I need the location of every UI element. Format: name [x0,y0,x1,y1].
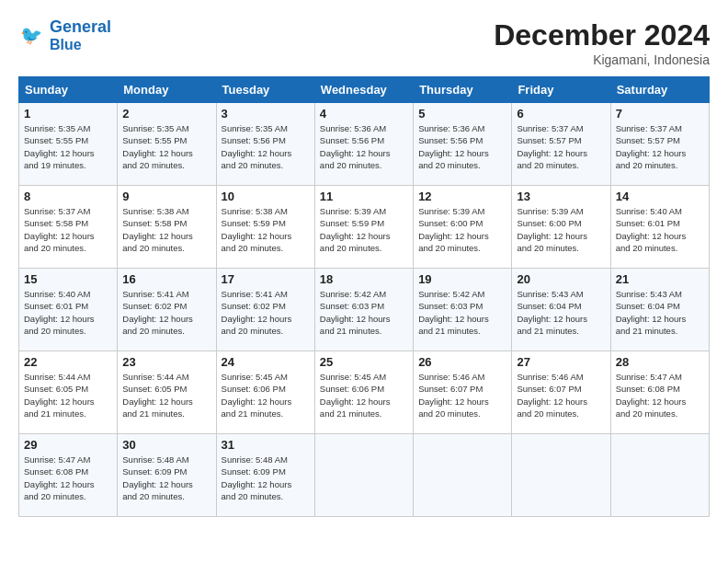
day-number: 28 [616,355,704,369]
day-number: 7 [616,107,704,121]
day-info: Sunrise: 5:40 AM Sunset: 6:01 PM Dayligh… [24,288,112,337]
col-monday: Monday [118,77,216,103]
day-number: 14 [616,190,704,203]
day-info: Sunrise: 5:39 AM Sunset: 6:00 PM Dayligh… [418,205,506,254]
day-number: 23 [122,355,210,369]
col-saturday: Saturday [610,77,709,103]
day-number: 9 [122,190,210,203]
month-title: December 2024 [494,18,710,52]
day-info: Sunrise: 5:36 AM Sunset: 5:56 PM Dayligh… [418,122,506,171]
day-number: 21 [616,272,704,286]
day-number: 13 [517,190,605,203]
table-row [610,434,709,517]
calendar-table: Sunday Monday Tuesday Wednesday Thursday… [18,76,710,517]
logo-text: General Blue [50,18,111,52]
day-number: 24 [222,355,310,369]
day-number: 6 [517,107,605,121]
day-number: 4 [320,107,408,121]
day-info: Sunrise: 5:35 AM Sunset: 5:55 PM Dayligh… [24,122,112,171]
table-row: 3Sunrise: 5:35 AM Sunset: 5:56 PM Daylig… [216,103,314,186]
day-info: Sunrise: 5:45 AM Sunset: 6:06 PM Dayligh… [320,371,408,419]
day-info: Sunrise: 5:44 AM Sunset: 6:05 PM Dayligh… [122,371,210,419]
day-number: 3 [222,107,310,121]
day-info: Sunrise: 5:42 AM Sunset: 6:03 PM Dayligh… [320,288,408,337]
table-row [314,434,413,517]
day-info: Sunrise: 5:47 AM Sunset: 6:08 PM Dayligh… [616,371,704,419]
day-info: Sunrise: 5:41 AM Sunset: 6:02 PM Dayligh… [222,288,310,337]
table-row: 25Sunrise: 5:45 AM Sunset: 6:06 PM Dayli… [314,351,413,434]
table-row: 12Sunrise: 5:39 AM Sunset: 6:00 PM Dayli… [414,186,512,269]
day-number: 5 [418,107,506,121]
day-info: Sunrise: 5:41 AM Sunset: 6:02 PM Dayligh… [122,288,210,337]
day-number: 2 [122,107,210,121]
table-row: 8Sunrise: 5:37 AM Sunset: 5:58 PM Daylig… [19,186,118,269]
day-number: 1 [24,107,112,121]
day-number: 17 [222,272,310,286]
day-info: Sunrise: 5:46 AM Sunset: 6:07 PM Dayligh… [517,371,605,419]
day-number: 19 [418,272,506,286]
day-info: Sunrise: 5:38 AM Sunset: 5:59 PM Dayligh… [222,205,310,254]
day-info: Sunrise: 5:43 AM Sunset: 6:04 PM Dayligh… [517,288,605,337]
table-row: 11Sunrise: 5:39 AM Sunset: 5:59 PM Dayli… [314,186,413,269]
day-info: Sunrise: 5:37 AM Sunset: 5:58 PM Dayligh… [24,205,112,254]
calendar-row: 8Sunrise: 5:37 AM Sunset: 5:58 PM Daylig… [19,186,710,269]
day-number: 15 [24,272,112,286]
day-info: Sunrise: 5:47 AM Sunset: 6:08 PM Dayligh… [24,454,112,502]
calendar-header-row: Sunday Monday Tuesday Wednesday Thursday… [19,77,710,103]
col-tuesday: Tuesday [216,77,314,103]
day-info: Sunrise: 5:45 AM Sunset: 6:06 PM Dayligh… [222,371,310,419]
table-row: 23Sunrise: 5:44 AM Sunset: 6:05 PM Dayli… [118,351,216,434]
day-info: Sunrise: 5:39 AM Sunset: 6:00 PM Dayligh… [517,205,605,254]
table-row [512,434,610,517]
table-row: 19Sunrise: 5:42 AM Sunset: 6:03 PM Dayli… [414,269,512,351]
col-sunday: Sunday [19,77,118,103]
day-info: Sunrise: 5:35 AM Sunset: 5:56 PM Dayligh… [222,122,310,171]
day-number: 18 [320,272,408,286]
day-number: 11 [320,190,408,203]
table-row: 30Sunrise: 5:48 AM Sunset: 6:09 PM Dayli… [118,434,216,517]
day-info: Sunrise: 5:36 AM Sunset: 5:56 PM Dayligh… [320,122,408,171]
table-row [414,434,512,517]
table-row: 29Sunrise: 5:47 AM Sunset: 6:08 PM Dayli… [19,434,118,517]
table-row: 2Sunrise: 5:35 AM Sunset: 5:55 PM Daylig… [118,103,216,186]
table-row: 6Sunrise: 5:37 AM Sunset: 5:57 PM Daylig… [512,103,610,186]
calendar-row: 15Sunrise: 5:40 AM Sunset: 6:01 PM Dayli… [19,269,710,351]
day-info: Sunrise: 5:39 AM Sunset: 5:59 PM Dayligh… [320,205,408,254]
day-number: 31 [222,438,310,452]
col-wednesday: Wednesday [314,77,413,103]
table-row: 14Sunrise: 5:40 AM Sunset: 6:01 PM Dayli… [610,186,709,269]
page-header: 🐦 General Blue December 2024 Kigamani, I… [18,18,710,67]
day-number: 8 [24,190,112,203]
table-row: 1Sunrise: 5:35 AM Sunset: 5:55 PM Daylig… [19,103,118,186]
day-info: Sunrise: 5:42 AM Sunset: 6:03 PM Dayligh… [418,288,506,337]
calendar-row: 1Sunrise: 5:35 AM Sunset: 5:55 PM Daylig… [19,103,710,186]
table-row: 22Sunrise: 5:44 AM Sunset: 6:05 PM Dayli… [19,351,118,434]
table-row: 31Sunrise: 5:48 AM Sunset: 6:09 PM Dayli… [216,434,314,517]
day-number: 29 [24,438,112,452]
col-friday: Friday [512,77,610,103]
day-info: Sunrise: 5:48 AM Sunset: 6:09 PM Dayligh… [222,454,310,502]
location: Kigamani, Indonesia [494,52,710,67]
table-row: 13Sunrise: 5:39 AM Sunset: 6:00 PM Dayli… [512,186,610,269]
day-info: Sunrise: 5:46 AM Sunset: 6:07 PM Dayligh… [418,371,506,419]
day-info: Sunrise: 5:40 AM Sunset: 6:01 PM Dayligh… [616,205,704,254]
logo: 🐦 General Blue [18,18,111,52]
day-number: 25 [320,355,408,369]
day-number: 10 [222,190,310,203]
day-info: Sunrise: 5:38 AM Sunset: 5:58 PM Dayligh… [122,205,210,254]
day-number: 27 [517,355,605,369]
day-number: 30 [122,438,210,452]
day-number: 12 [418,190,506,203]
table-row: 17Sunrise: 5:41 AM Sunset: 6:02 PM Dayli… [216,269,314,351]
day-info: Sunrise: 5:37 AM Sunset: 5:57 PM Dayligh… [517,122,605,171]
table-row: 28Sunrise: 5:47 AM Sunset: 6:08 PM Dayli… [610,351,709,434]
table-row: 4Sunrise: 5:36 AM Sunset: 5:56 PM Daylig… [314,103,413,186]
day-info: Sunrise: 5:35 AM Sunset: 5:55 PM Dayligh… [122,122,210,171]
table-row: 20Sunrise: 5:43 AM Sunset: 6:04 PM Dayli… [512,269,610,351]
calendar-row: 29Sunrise: 5:47 AM Sunset: 6:08 PM Dayli… [19,434,710,517]
table-row: 7Sunrise: 5:37 AM Sunset: 5:57 PM Daylig… [610,103,709,186]
day-info: Sunrise: 5:48 AM Sunset: 6:09 PM Dayligh… [122,454,210,502]
table-row: 27Sunrise: 5:46 AM Sunset: 6:07 PM Dayli… [512,351,610,434]
calendar-row: 22Sunrise: 5:44 AM Sunset: 6:05 PM Dayli… [19,351,710,434]
day-info: Sunrise: 5:37 AM Sunset: 5:57 PM Dayligh… [616,122,704,171]
